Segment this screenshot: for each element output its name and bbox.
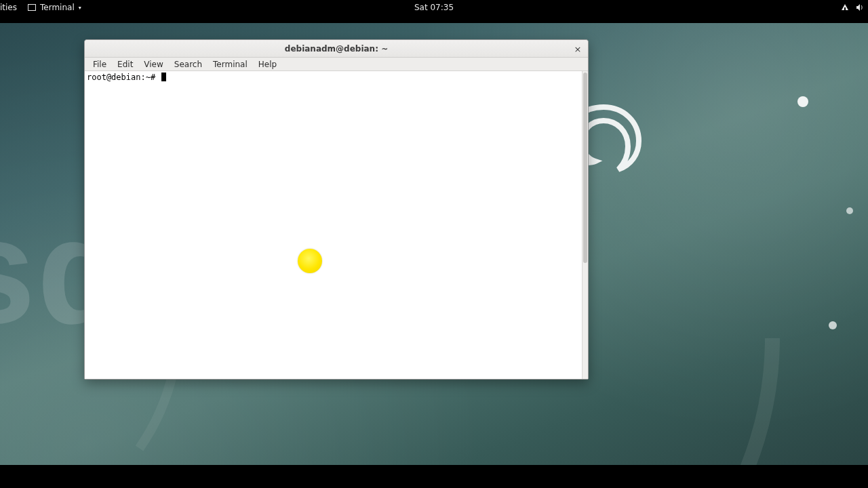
scrollbar[interactable] bbox=[582, 71, 588, 379]
activities-button[interactable]: ities bbox=[0, 3, 20, 12]
menu-bar: File Edit View Search Terminal Help bbox=[85, 58, 588, 71]
close-icon: × bbox=[574, 44, 582, 54]
wallpaper-dot bbox=[797, 96, 808, 107]
text-cursor bbox=[161, 73, 166, 81]
network-icon bbox=[841, 3, 849, 12]
menu-edit[interactable]: Edit bbox=[112, 60, 138, 69]
menu-help[interactable]: Help bbox=[253, 60, 282, 69]
menu-search[interactable]: Search bbox=[169, 60, 208, 69]
menu-file[interactable]: File bbox=[87, 60, 112, 69]
active-app-menu[interactable]: Terminal ▾ bbox=[22, 3, 87, 12]
terminal-icon bbox=[28, 4, 36, 11]
terminal-window: debianadm@debian: ~ × File Edit View Sea… bbox=[84, 39, 589, 380]
volume-icon bbox=[856, 3, 864, 12]
system-status-area[interactable] bbox=[841, 3, 868, 12]
active-app-label: Terminal bbox=[40, 3, 75, 12]
window-titlebar[interactable]: debianadm@debian: ~ × bbox=[85, 40, 588, 58]
desktop-wallpaper: sdk-it.c debianadm@debian: ~ × File Edit… bbox=[0, 23, 868, 465]
close-button[interactable]: × bbox=[572, 43, 584, 55]
menu-view[interactable]: View bbox=[138, 60, 168, 69]
window-title: debianadm@debian: ~ bbox=[285, 44, 388, 54]
menu-terminal[interactable]: Terminal bbox=[208, 60, 253, 69]
wallpaper-dot bbox=[846, 207, 853, 214]
scrollbar-thumb[interactable] bbox=[583, 73, 587, 263]
chevron-down-icon: ▾ bbox=[79, 5, 81, 11]
terminal-viewport[interactable]: root@debian:~# bbox=[85, 71, 588, 379]
clock[interactable]: Sat 07:35 bbox=[414, 3, 454, 12]
shell-prompt: root@debian:~# bbox=[87, 73, 160, 82]
wallpaper-dot bbox=[829, 321, 837, 329]
gnome-top-bar: ities Terminal ▾ Sat 07:35 bbox=[0, 0, 868, 15]
